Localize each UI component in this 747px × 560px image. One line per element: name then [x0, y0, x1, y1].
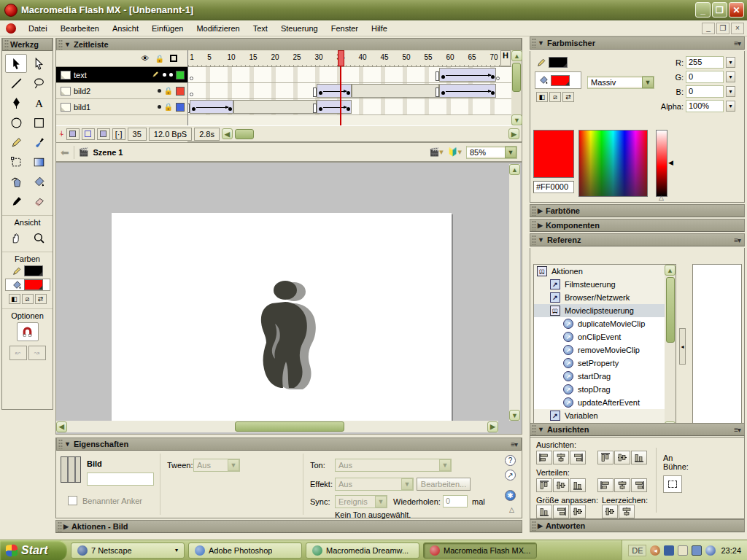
subselection-tool[interactable] [28, 54, 50, 73]
distribute-bottom-button[interactable] [570, 478, 586, 492]
align-top-button[interactable] [597, 451, 614, 464]
line-tool[interactable] [5, 74, 27, 93]
scrollbar-thumb[interactable] [666, 277, 675, 343]
color-mixer-header[interactable]: ▼ Farbmischer ≡▾ [530, 36, 745, 50]
toolbox-header[interactable]: Werkzg [2, 38, 53, 51]
onion-skin-outlines-button[interactable] [82, 128, 95, 140]
tween-span[interactable] [317, 84, 352, 98]
distribute-vcenter-button[interactable] [553, 478, 569, 492]
menu-fenster[interactable]: Fenster [325, 22, 365, 35]
swap-colors-button[interactable]: ⇄ [35, 294, 47, 304]
align-panel-header[interactable]: ▼ Ausrichten ≡▾ [530, 423, 745, 436]
menu-bearbeiten[interactable]: Bearbeiten [54, 22, 106, 35]
paint-bucket-tool[interactable] [28, 172, 50, 191]
alpha-value-field[interactable]: 100% [686, 100, 724, 112]
text-tool[interactable]: A [28, 93, 50, 112]
r-spinner[interactable]: ▾ [726, 57, 735, 68]
playhead[interactable] [338, 50, 344, 66]
menu-einfuegen[interactable]: Einfügen [145, 22, 190, 35]
pencil-tool[interactable] [5, 133, 27, 152]
hex-value-field[interactable]: #FF0000 [533, 181, 574, 193]
distribute-top-button[interactable] [536, 478, 552, 492]
frame-label-field[interactable] [87, 472, 154, 486]
edit-sound-button[interactable]: Bearbeiten... [417, 478, 471, 491]
free-transform-tool[interactable] [5, 152, 27, 171]
taskbar-button-macromedia-flash-mx-[interactable]: Macromedia Flash MX... [423, 542, 537, 559]
empty-keyframe[interactable] [190, 93, 193, 96]
edit-symbols-button[interactable]: 🔰▾ [448, 147, 462, 157]
color-picker-gradient[interactable] [578, 130, 648, 197]
default-colors-button[interactable]: ◧ [536, 92, 548, 102]
b-spinner[interactable]: ▾ [726, 86, 735, 97]
tree-item-browser-netzwerk[interactable]: ↗Browser/Netzwerk [534, 291, 676, 304]
selection-tool[interactable] [5, 54, 27, 73]
collapse-panel-icon[interactable]: △ [509, 506, 514, 513]
edit-scene-button[interactable]: 🎬▾ [430, 147, 444, 157]
mixer-stroke-swatch[interactable] [549, 57, 568, 68]
layer-row-bild2[interactable]: bild2🔒 [56, 83, 187, 99]
zoom-dropdown[interactable]: 85%▼ [466, 146, 517, 159]
sync-dropdown[interactable]: Ereignis▼ [335, 495, 387, 508]
fill-color-swatch[interactable] [24, 279, 43, 290]
menu-modifizieren[interactable]: Modifizieren [190, 22, 246, 35]
stage-horizontal-scrollbar[interactable]: ◀ ▶ [56, 421, 498, 432]
snap-magnet-button[interactable] [17, 322, 39, 341]
tween-span[interactable] [317, 100, 352, 114]
timeline-scroll-right-button[interactable]: ▶ [508, 128, 519, 139]
panel-options-icon[interactable]: ≡▾ [734, 236, 740, 244]
stage-work-area[interactable]: ▲ ▼ ◀ ▶ [55, 162, 522, 435]
layer-row-bild1[interactable]: bild1🔒 [56, 99, 187, 115]
rectangle-tool[interactable] [28, 113, 50, 132]
panel-gripper[interactable] [58, 39, 63, 50]
modify-onion-markers-button[interactable]: [·] [112, 128, 125, 140]
tree-item-startdrag[interactable]: ↗startDrag [534, 370, 676, 383]
network-icon[interactable] [664, 545, 674, 556]
lock-icon[interactable]: 🔒 [164, 103, 173, 111]
sound-dropdown[interactable]: Aus▼ [335, 459, 452, 472]
mdi-minimize-button[interactable]: _ [702, 23, 715, 34]
static-span[interactable] [233, 100, 317, 114]
timeline-vertical-scrollbar[interactable]: ▲ ▼ [511, 50, 522, 125]
layer-name[interactable]: bild2 [74, 87, 155, 96]
mdi-close-button[interactable]: × [731, 23, 744, 34]
display-icon[interactable] [692, 545, 702, 556]
scroll-up-button[interactable]: ▲ [665, 265, 676, 276]
splitter-collapse-handle[interactable]: ◂ [679, 328, 686, 365]
tree-item-variablen[interactable]: ↗Variablen [534, 409, 676, 422]
tween-span[interactable] [439, 68, 496, 82]
start-button[interactable]: Start [0, 540, 67, 560]
pen-tool[interactable] [5, 93, 27, 112]
components-panel-header[interactable]: ▶ Komponenten [530, 219, 745, 232]
outline-column-icon[interactable] [170, 55, 177, 62]
space-vertical-button[interactable] [602, 505, 618, 518]
empty-keyframe[interactable] [190, 77, 193, 80]
oval-tool[interactable] [5, 113, 27, 132]
menu-steuerung[interactable]: Steuerung [274, 22, 325, 35]
tree-item-removemovieclip[interactable]: ↗removeMovieClip [534, 343, 676, 357]
tree-item-onclipevent[interactable]: ↗onClipEvent [534, 330, 676, 343]
timeline-ruler[interactable]: 1510152025303540455055606570 [188, 50, 511, 67]
menu-ansicht[interactable]: Ansicht [106, 22, 145, 35]
tree-item-updateafterevent[interactable]: ↗updateAfterEvent [534, 396, 676, 409]
layer-row-text[interactable]: text [56, 67, 187, 83]
frame-rate-indicator[interactable]: 12.0 BpS [149, 128, 192, 141]
scheduler-icon[interactable] [705, 545, 716, 556]
actions-panel-header[interactable]: ▶ Aktionen - Bild [55, 520, 522, 533]
brightness-slider[interactable] [656, 130, 667, 197]
timeline-hscroll-thumb[interactable] [235, 129, 254, 139]
panel-options-icon[interactable]: ≡▾ [511, 440, 517, 448]
swap-colors-button[interactable]: ⇄ [562, 92, 574, 102]
tween-span[interactable] [190, 100, 233, 114]
slider-marker-icon[interactable]: ◀ [668, 159, 673, 166]
lock-dot[interactable] [169, 73, 173, 77]
timeline-header[interactable]: ▼ Zeitleiste [56, 38, 522, 51]
swatches-panel-header[interactable]: ▶ Farbtöne [530, 204, 745, 217]
tree-item-setproperty[interactable]: ↗setProperty [534, 357, 676, 370]
fill-style-dropdown[interactable]: Massiv▼ [587, 76, 654, 89]
stage-vertical-scrollbar[interactable]: ▲ ▼ [509, 164, 520, 421]
scroll-up-button[interactable]: ▲ [509, 164, 520, 175]
straighten-option-button[interactable]: ↝ [28, 346, 46, 360]
mdi-restore-button[interactable]: ❐ [716, 23, 729, 34]
r-value-field[interactable]: 255 [686, 56, 724, 69]
named-anchor-checkbox[interactable] [68, 496, 77, 505]
